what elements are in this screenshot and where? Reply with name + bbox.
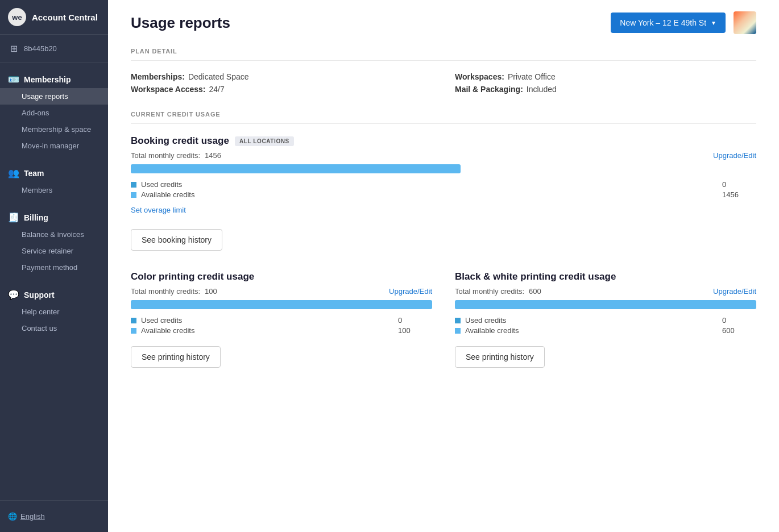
booking-credit-section: Booking credit usage ALL LOCATIONS Total… [131, 135, 756, 251]
language-label[interactable]: English [20, 512, 45, 521]
sidebar-item-contact-us[interactable]: Contact us [0, 320, 108, 336]
avatar [734, 11, 756, 34]
bw-printing-credit-section: Black & white printing credit usage Tota… [455, 271, 756, 368]
color-upgrade-link[interactable]: Upgrade/Edit [389, 287, 432, 296]
sidebar-section-team-header[interactable]: 👥 Team [0, 164, 108, 182]
bw-progress-bar [455, 300, 756, 309]
plan-detail-grid: Memberships: Dedicated Space Workspaces:… [131, 72, 756, 94]
booking-total-label: Total monthly credits: [131, 151, 200, 160]
booking-total-row: Total monthly credits: 1456 Upgrade/Edit [131, 151, 756, 160]
booking-total-value: 1456 [205, 151, 221, 160]
main-content-area: Usage reports New York – 12 E 49th St ▼ … [108, 0, 779, 532]
main-header: Usage reports New York – 12 E 49th St ▼ [108, 0, 779, 34]
account-id: 8b445b20 [24, 44, 57, 53]
bw-available-dot [455, 328, 461, 334]
location-label: New York – 12 E 49th St [620, 18, 706, 27]
account-id-row: ⊞ 8b445b20 [0, 35, 108, 63]
plan-workspaces-value: Private Office [508, 72, 556, 81]
sidebar-item-membership-space[interactable]: Membership & space [0, 121, 108, 138]
bw-available-label: Available credits [465, 326, 519, 335]
plan-workspaces-label: Workspaces: [455, 72, 504, 81]
language-selector[interactable]: 🌐 English [8, 510, 100, 523]
plan-workspace-access-row: Workspace Access: 24/7 [131, 85, 432, 94]
booking-credit-legend: Used credits 0 Available credits 1456 [131, 180, 756, 199]
sidebar-item-payment-method[interactable]: Payment method [0, 259, 108, 276]
color-progress-bar [131, 300, 432, 309]
support-icon: 💬 [8, 289, 19, 300]
membership-icon: 🪪 [8, 74, 19, 85]
booking-used-legend: Used credits 0 [131, 180, 756, 189]
bw-total-label: Total monthly credits: [455, 287, 524, 296]
sidebar-footer: 🌐 English [0, 500, 108, 532]
page-title: Usage reports [131, 14, 230, 32]
see-color-printing-history-button[interactable]: See printing history [131, 346, 221, 368]
bw-used-dot [455, 318, 461, 323]
bw-credit-legend: Used credits 0 Available credits 600 [455, 316, 756, 335]
header-right: New York – 12 E 49th St ▼ [611, 11, 756, 34]
sidebar-section-membership: 🪪 Membership Usage reports Add-ons Membe… [0, 63, 108, 156]
sidebar-item-help-center[interactable]: Help center [0, 304, 108, 320]
sidebar-item-members[interactable]: Members [0, 182, 108, 198]
sidebar-membership-label: Membership [24, 75, 71, 84]
set-overage-link[interactable]: Set overage limit [131, 206, 186, 214]
color-printing-title: Color printing credit usage [131, 271, 254, 282]
sidebar-support-label: Support [24, 290, 55, 300]
building-icon: ⊞ [8, 43, 19, 54]
sidebar-team-label: Team [24, 169, 44, 178]
plan-memberships-value: Dedicated Space [188, 72, 249, 81]
booking-upgrade-link[interactable]: Upgrade/Edit [713, 151, 756, 160]
color-available-label: Available credits [141, 326, 194, 335]
bw-used-value: 0 [722, 316, 756, 325]
bw-used-legend: Used credits 0 [455, 316, 756, 325]
sidebar-item-add-ons[interactable]: Add-ons [0, 105, 108, 121]
booking-used-value: 0 [722, 180, 756, 189]
sidebar-item-move-in-manager[interactable]: Move-in manager [0, 138, 108, 154]
bw-printing-credit-header: Black & white printing credit usage [455, 271, 756, 282]
plan-mail-packaging-value: Included [527, 85, 557, 94]
plan-mail-packaging-row: Mail & Packaging: Included [455, 85, 756, 94]
color-used-label: Used credits [141, 316, 182, 325]
bw-upgrade-link[interactable]: Upgrade/Edit [713, 287, 756, 296]
see-booking-history-button[interactable]: See booking history [131, 229, 222, 251]
booking-credit-title: Booking credit usage [131, 135, 229, 147]
sidebar-section-support-header[interactable]: 💬 Support [0, 286, 108, 304]
bw-total-value: 600 [529, 287, 541, 296]
color-printing-credit-header: Color printing credit usage [131, 271, 432, 282]
sidebar-item-usage-reports[interactable]: Usage reports [0, 88, 108, 105]
location-button[interactable]: New York – 12 E 49th St ▼ [611, 13, 726, 33]
see-bw-printing-history-button[interactable]: See printing history [455, 346, 545, 368]
color-available-value: 100 [398, 326, 432, 335]
bw-total-row: Total monthly credits: 600 Upgrade/Edit [455, 287, 756, 296]
main-content: PLAN DETAIL Memberships: Dedicated Space… [108, 34, 779, 411]
sidebar-billing-label: Billing [24, 213, 48, 222]
chevron-down-icon: ▼ [711, 20, 716, 26]
plan-memberships-row: Memberships: Dedicated Space [131, 72, 432, 81]
bw-printing-title: Black & white printing credit usage [455, 271, 616, 282]
color-total-label: Total monthly credits: [131, 287, 200, 296]
booking-progress-bar [131, 164, 461, 173]
plan-memberships-label: Memberships: [131, 72, 185, 81]
printing-credits-row: Color printing credit usage Total monthl… [131, 271, 756, 388]
booking-available-label: Available credits [141, 190, 194, 199]
bw-available-legend: Available credits 600 [455, 326, 756, 335]
color-used-legend: Used credits 0 [131, 316, 432, 325]
current-credit-usage-section-label: CURRENT CREDIT USAGE [131, 111, 756, 124]
sidebar-section-membership-header[interactable]: 🪪 Membership [0, 70, 108, 88]
sidebar-item-balance-invoices[interactable]: Balance & invoices [0, 226, 108, 243]
plan-workspace-access-label: Workspace Access: [131, 85, 206, 94]
sidebar-section-billing-header[interactable]: 🧾 Billing [0, 209, 108, 226]
booking-used-label: Used credits [141, 180, 182, 189]
globe-icon: 🌐 [8, 512, 17, 521]
color-used-dot [131, 318, 136, 323]
sidebar-item-service-retainer[interactable]: Service retainer [0, 243, 108, 259]
all-locations-badge: ALL LOCATIONS [235, 136, 294, 146]
sidebar: we Account Central ⊞ 8b445b20 🪪 Membersh… [0, 0, 108, 532]
color-available-legend: Available credits 100 [131, 326, 432, 335]
plan-workspace-access-value: 24/7 [209, 85, 225, 94]
team-icon: 👥 [8, 168, 19, 178]
plan-detail-section-label: PLAN DETAIL [131, 48, 756, 61]
booking-available-dot [131, 192, 136, 198]
color-total-row: Total monthly credits: 100 Upgrade/Edit [131, 287, 432, 296]
plan-mail-packaging-label: Mail & Packaging: [455, 85, 523, 94]
booking-available-legend: Available credits 1456 [131, 190, 756, 199]
